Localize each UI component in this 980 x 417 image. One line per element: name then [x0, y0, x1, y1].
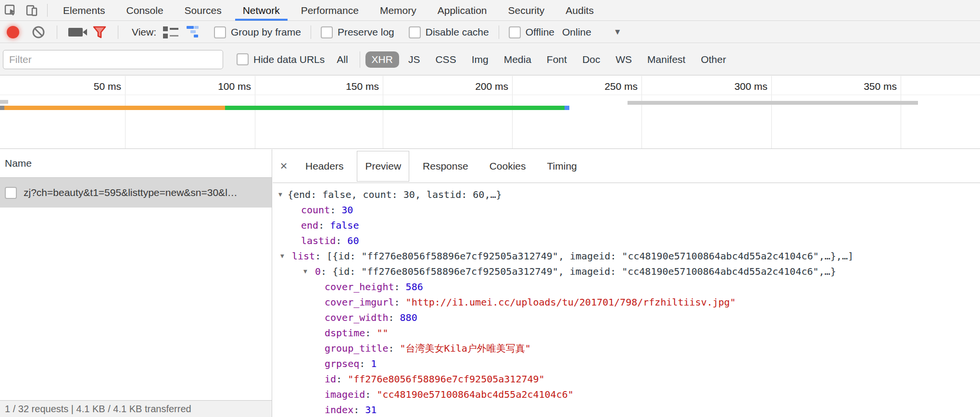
checkbox[interactable]: [509, 26, 521, 38]
filter-type-css[interactable]: CSS: [429, 51, 462, 68]
devtools-window: ElementsConsoleSourcesNetworkPerformance…: [0, 0, 980, 417]
network-toolbar: View: Group by frame Preserve log: [0, 22, 980, 43]
filter-type-js[interactable]: JS: [402, 51, 427, 68]
tree-line[interactable]: ▼0: {id: "ff276e8056f58896e7cf92505a3127…: [273, 264, 980, 279]
tree-line[interactable]: end: false: [273, 218, 980, 233]
tree-line[interactable]: ▼list: [{id: "ff276e8056f58896e7cf92505a…: [273, 248, 980, 264]
network-overview[interactable]: 50 ms100 ms150 ms200 ms250 ms300 ms350 m…: [0, 76, 980, 149]
tree-segment-key: cover_imgurl: [325, 296, 394, 308]
name-column-header[interactable]: Name: [0, 149, 272, 178]
detail-tab-response[interactable]: Response: [415, 151, 476, 182]
filter-type-ws[interactable]: WS: [609, 51, 638, 68]
divider: [311, 25, 311, 39]
filter-type-doc[interactable]: Doc: [576, 51, 606, 68]
request-name: zj?ch=beauty&t1=595&listtype=new&sn=30&l…: [24, 187, 238, 198]
filter-bar: Hide data URLs All XHRJSCSSImgMediaFontD…: [0, 44, 980, 75]
inspect-icon[interactable]: [0, 0, 21, 21]
throttling-select[interactable]: Online: [562, 26, 591, 38]
filter-type-img[interactable]: Img: [465, 51, 495, 68]
tree-segment-plain: :: [330, 204, 341, 216]
checkbox[interactable]: [214, 26, 226, 38]
filter-type-xhr[interactable]: XHR: [365, 51, 399, 68]
preserve-log-checkbox[interactable]: Preserve log: [321, 26, 394, 38]
tree-segment-num: 30: [341, 204, 353, 216]
detail-tab-cookies[interactable]: Cookies: [482, 151, 534, 182]
tree-segment-plain: :: [365, 389, 377, 400]
filter-input[interactable]: [3, 50, 223, 69]
requests-status-bar: 1 / 32 requests | 4.1 KB / 4.1 KB transf…: [0, 400, 272, 417]
tree-line[interactable]: cover_imgurl: "http://i1.umei.cc/uploads…: [273, 294, 980, 310]
tree-line[interactable]: count: 30: [273, 202, 980, 218]
tab-memory[interactable]: Memory: [369, 0, 427, 21]
hide-data-urls-label: Hide data URLs: [253, 54, 325, 65]
timeline-gridline: [512, 76, 513, 148]
expander-arrow-icon[interactable]: ▼: [280, 248, 284, 264]
tab-performance[interactable]: Performance: [290, 0, 369, 21]
detail-tab-timing[interactable]: Timing: [540, 151, 585, 182]
status-text: 1 / 32 requests | 4.1 KB / 4.1 KB transf…: [5, 404, 191, 415]
screenshot-camera-icon[interactable]: [65, 22, 86, 43]
filter-type-font[interactable]: Font: [540, 51, 573, 68]
tree-segment-str: "cc48190e57100864abc4d55a2c4104c6": [377, 389, 573, 400]
tree-line[interactable]: imageid: "cc48190e57100864abc4d55a2c4104…: [273, 387, 980, 402]
show-overview-icon[interactable]: [184, 22, 205, 43]
request-row[interactable]: zj?ch=beauty&t1=595&listtype=new&sn=30&l…: [0, 178, 272, 208]
tab-sources[interactable]: Sources: [174, 0, 232, 21]
detail-tab-headers[interactable]: Headers: [298, 151, 351, 182]
filter-type-media[interactable]: Media: [498, 51, 538, 68]
tab-audits[interactable]: Audits: [555, 0, 604, 21]
disable-cache-checkbox[interactable]: Disable cache: [409, 26, 489, 38]
filter-funnel-icon[interactable]: [89, 22, 110, 43]
disable-cache-label: Disable cache: [426, 26, 489, 38]
tree-segment-key: lastid: [301, 235, 336, 246]
detail-tab-preview[interactable]: Preview: [357, 151, 409, 182]
tree-line[interactable]: cover_width: 880: [273, 310, 980, 325]
tab-application[interactable]: Application: [427, 0, 498, 21]
tree-segment-plain: :: [388, 312, 400, 323]
checkbox[interactable]: [237, 53, 249, 65]
expander-arrow-icon[interactable]: ▼: [278, 187, 282, 202]
tree-line[interactable]: dsptime: "": [273, 325, 980, 341]
tab-elements[interactable]: Elements: [52, 0, 116, 21]
timeline-rule: [0, 95, 980, 95]
close-icon[interactable]: ×: [273, 159, 295, 173]
timeline-tick-label: 50 ms: [49, 81, 121, 92]
offline-checkbox[interactable]: Offline: [509, 26, 554, 38]
json-preview-tree[interactable]: ▼{end: false, count: 30, lastid: 60,…}co…: [273, 183, 980, 417]
tree-line[interactable]: id: "ff276e8056f58896e7cf92505a312749": [273, 371, 980, 387]
filter-type-other[interactable]: Other: [694, 51, 732, 68]
tree-segment-key: cover_width: [325, 312, 388, 323]
request-checkbox[interactable]: [5, 187, 17, 199]
chevron-down-icon[interactable]: ▼: [614, 27, 622, 37]
tree-line[interactable]: cover_height: 586: [273, 279, 980, 294]
hide-data-urls-checkbox[interactable]: Hide data URLs: [237, 53, 325, 65]
device-toolbar-icon[interactable]: [21, 0, 42, 21]
tree-segment-str: "": [377, 327, 388, 339]
tree-segment-key: group_title: [325, 343, 388, 354]
tab-security[interactable]: Security: [497, 0, 555, 21]
tree-segment-str: "http://i1.umei.cc/uploads/tu/201701/798…: [406, 296, 736, 308]
clear-icon[interactable]: [28, 22, 49, 43]
tab-console[interactable]: Console: [116, 0, 174, 21]
tree-segment-plain: :: [388, 343, 400, 354]
tree-line[interactable]: ▼{end: false, count: 30, lastid: 60,…}: [273, 187, 980, 202]
tree-line[interactable]: index: 31: [273, 402, 980, 417]
expander-arrow-icon[interactable]: ▼: [303, 264, 307, 279]
timeline-gridline: [125, 76, 126, 148]
details-tabbar: × HeadersPreviewResponseCookiesTiming: [273, 149, 980, 183]
checkbox[interactable]: [321, 26, 333, 38]
large-rows-icon[interactable]: [160, 22, 181, 43]
tree-segment-key: dsptime: [325, 327, 365, 339]
checkbox[interactable]: [409, 26, 421, 38]
timeline-gridline: [641, 76, 642, 148]
tree-line[interactable]: grpseq: 1: [273, 356, 980, 371]
tree-line[interactable]: group_title: "台湾美女Kila户外唯美写真": [273, 341, 980, 356]
detail-tabs: HeadersPreviewResponseCookiesTiming: [295, 151, 588, 182]
filter-type-manifest[interactable]: Manifest: [641, 51, 691, 68]
group-by-frame-checkbox[interactable]: Group by frame: [214, 26, 301, 38]
tab-network[interactable]: Network: [232, 0, 290, 21]
tree-line[interactable]: lastid: 60: [273, 233, 980, 248]
record-icon[interactable]: [7, 26, 19, 38]
filter-type-all[interactable]: All: [330, 51, 354, 68]
blue-tip-segment: [565, 106, 569, 110]
